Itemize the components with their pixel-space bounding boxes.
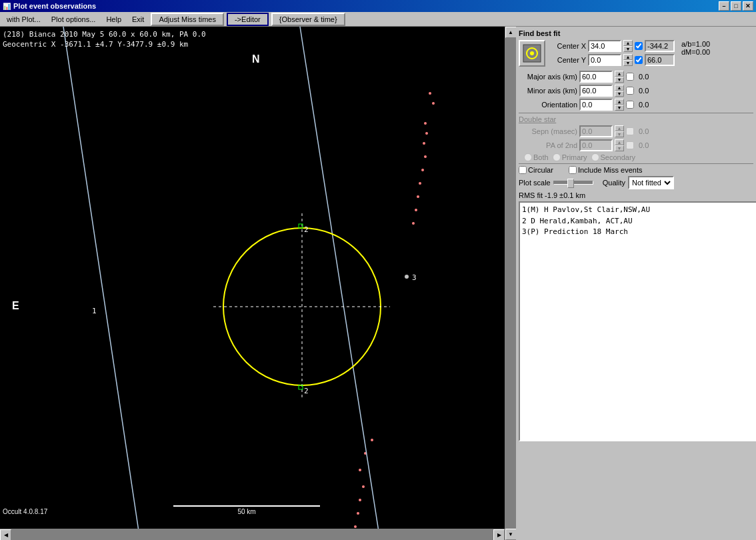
ab-ratio-block: a/b=1.00 dM=0.00 bbox=[681, 40, 710, 56]
scroll-down-button[interactable]: ▼ bbox=[505, 529, 517, 540]
sepn-up: ▲ bbox=[615, 125, 624, 131]
menu-with-plot[interactable]: with Plot... bbox=[1, 14, 46, 25]
orientation-checkbox[interactable] bbox=[626, 101, 634, 109]
h-scroll-track[interactable] bbox=[11, 529, 493, 541]
sepn-checkbox bbox=[626, 127, 634, 135]
circular-label[interactable]: Circular bbox=[519, 166, 553, 174]
svg-point-19 bbox=[354, 525, 357, 528]
scale-line bbox=[173, 505, 320, 507]
sepn-down: ▼ bbox=[615, 131, 624, 137]
quality-label: Quality bbox=[603, 179, 625, 187]
include-miss-checkbox[interactable] bbox=[569, 166, 577, 174]
center-y-offset: 66.0 bbox=[645, 54, 675, 66]
center-x-label: Center X bbox=[549, 42, 586, 50]
minor-axis-label: Minor axis (km) bbox=[519, 87, 577, 95]
east-label: E bbox=[12, 300, 19, 312]
v-scroll-track[interactable] bbox=[505, 38, 517, 529]
close-button[interactable]: ✕ bbox=[743, 1, 753, 11]
orientation-up[interactable]: ▲ bbox=[615, 99, 624, 105]
pa2nd-checkbox bbox=[626, 141, 634, 149]
svg-point-9 bbox=[415, 209, 417, 211]
plot-svg: 3 1 bbox=[0, 27, 505, 529]
orientation-input[interactable] bbox=[579, 99, 613, 111]
right-panel: Find best fit Center X ▲ ▼ bbox=[516, 27, 756, 540]
center-y-checkbox[interactable] bbox=[635, 56, 643, 64]
circular-checkbox[interactable] bbox=[519, 166, 527, 174]
scroll-right-button[interactable]: ▶ bbox=[493, 529, 505, 541]
obs-line-3: 3(P) Prediction 18 March bbox=[522, 227, 755, 238]
orientation-offset: 0.0 bbox=[639, 101, 649, 109]
quality-select[interactable]: Not fitted Good Fair Poor bbox=[628, 176, 674, 189]
rms-text: RMS fit -1.9 ±0.1 km bbox=[519, 191, 753, 199]
include-miss-label[interactable]: Include Miss events bbox=[569, 166, 643, 174]
radio-primary-label[interactable]: Primary bbox=[553, 153, 587, 161]
radio-secondary bbox=[591, 153, 599, 161]
scale-bar: 50 km bbox=[173, 505, 320, 515]
radio-both-label[interactable]: Both bbox=[524, 153, 549, 161]
adjust-miss-times-button[interactable]: Adjust Miss times bbox=[151, 13, 224, 26]
radio-secondary-label[interactable]: Secondary bbox=[591, 153, 636, 161]
major-axis-down[interactable]: ▼ bbox=[615, 77, 624, 83]
svg-point-8 bbox=[417, 195, 419, 198]
major-axis-input[interactable] bbox=[579, 71, 613, 83]
plot-scale-slider[interactable] bbox=[553, 181, 593, 185]
svg-point-17 bbox=[359, 499, 361, 501]
sepn-row: Sepn (masec) ▲ ▼ 0.0 bbox=[519, 125, 753, 137]
plot-scale-row: Plot scale Quality Not fitted Good Fair … bbox=[519, 176, 753, 189]
pa2nd-offset: 0.0 bbox=[639, 141, 649, 149]
menu-plot-options[interactable]: Plot options... bbox=[46, 14, 101, 25]
divider-1 bbox=[519, 113, 753, 113]
major-axis-up[interactable]: ▲ bbox=[615, 71, 624, 77]
svg-point-4 bbox=[423, 142, 425, 145]
minor-axis-spinner: ▲ ▼ bbox=[615, 85, 624, 97]
observer-time-tab[interactable]: {Observer & time} bbox=[271, 13, 345, 26]
scroll-up-button[interactable]: ▲ bbox=[505, 27, 517, 38]
center-y-up[interactable]: ▲ bbox=[623, 54, 633, 60]
svg-line-21 bbox=[300, 27, 380, 529]
plot-scale-label: Plot scale bbox=[519, 179, 551, 187]
minor-axis-down[interactable]: ▼ bbox=[615, 91, 624, 97]
center-x-offset: -344.2 bbox=[645, 40, 675, 52]
center-x-up[interactable]: ▲ bbox=[623, 40, 633, 46]
ab-ratio: a/b=1.00 bbox=[681, 40, 710, 48]
radio-row: Both Primary Secondary bbox=[519, 153, 753, 161]
center-x-down[interactable]: ▼ bbox=[623, 46, 633, 52]
maximize-button[interactable]: □ bbox=[731, 1, 741, 11]
center-x-spinner: ▲ ▼ bbox=[623, 40, 633, 52]
observations-box[interactable]: 1(M) H Pavlov,St Clair,NSW,AU 2 D Herald… bbox=[519, 201, 756, 441]
center-x-checkbox[interactable] bbox=[635, 42, 643, 50]
h-scrollbar: ◀ ▶ bbox=[0, 529, 505, 540]
svg-point-15 bbox=[359, 469, 361, 471]
dm-value: dM=0.00 bbox=[681, 48, 710, 56]
orientation-down[interactable]: ▼ bbox=[615, 105, 624, 111]
major-axis-label: Major axis (km) bbox=[519, 73, 577, 81]
menu-exit[interactable]: Exit bbox=[127, 14, 149, 25]
center-y-down[interactable]: ▼ bbox=[623, 60, 633, 66]
find-best-fit-button[interactable] bbox=[519, 40, 545, 67]
svg-text:3: 3 bbox=[412, 273, 417, 282]
menu-help[interactable]: Help bbox=[101, 14, 127, 25]
double-star-link[interactable]: Double star bbox=[519, 115, 556, 123]
editor-tab[interactable]: ->Editor bbox=[227, 13, 269, 26]
sepn-label: Sepn (masec) bbox=[519, 127, 577, 135]
svg-text:2: 2 bbox=[304, 225, 309, 234]
center-x-input[interactable] bbox=[588, 40, 621, 52]
scroll-left-button[interactable]: ◀ bbox=[0, 529, 11, 541]
minor-axis-up[interactable]: ▲ bbox=[615, 85, 624, 91]
center-y-row: Center Y ▲ ▼ 66.0 bbox=[549, 54, 675, 66]
minor-axis-input[interactable] bbox=[579, 85, 613, 97]
center-y-input[interactable] bbox=[588, 54, 621, 66]
major-axis-checkbox[interactable] bbox=[626, 73, 634, 81]
find-best-fit-title: Find best fit bbox=[519, 29, 753, 37]
sepn-input bbox=[579, 125, 613, 137]
obs-line-1: 1(M) H Pavlov,St Clair,NSW,AU bbox=[522, 205, 755, 216]
svg-point-16 bbox=[362, 485, 365, 488]
minimize-button[interactable]: – bbox=[719, 1, 729, 11]
minor-axis-checkbox[interactable] bbox=[626, 87, 634, 95]
slider-thumb[interactable] bbox=[567, 179, 574, 188]
sepn-spinner: ▲ ▼ bbox=[615, 125, 624, 137]
app-icon: 📊 bbox=[3, 3, 11, 10]
svg-point-5 bbox=[424, 155, 427, 158]
north-label: N bbox=[252, 53, 260, 65]
pa2nd-down: ▼ bbox=[615, 145, 624, 151]
